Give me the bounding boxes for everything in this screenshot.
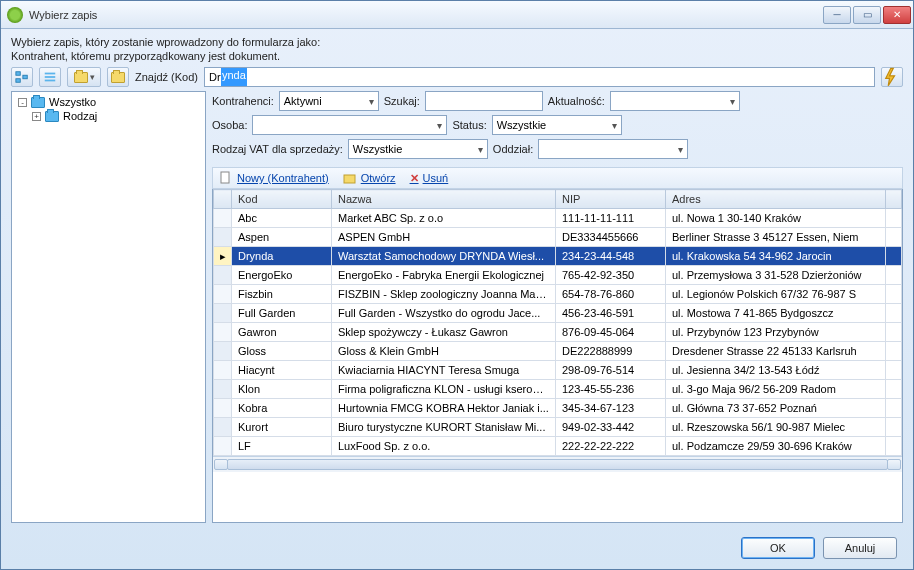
row-indicator: [214, 399, 232, 418]
table-row[interactable]: KlonFirma poligraficzna KLON - usługi ks…: [214, 380, 902, 399]
cell-pad: [886, 285, 902, 304]
maximize-button[interactable]: ▭: [853, 6, 881, 24]
expand-icon[interactable]: +: [32, 112, 41, 121]
kontrahenci-label: Kontrahenci:: [212, 95, 274, 107]
cell-adres: Dresdener Strasse 22 45133 Karlsruh: [666, 342, 886, 361]
row-indicator: [214, 418, 232, 437]
minimize-button[interactable]: ─: [823, 6, 851, 24]
search-selection: ynda: [221, 68, 247, 86]
table-row[interactable]: AspenASPEN GmbHDE3334455666Berliner Stra…: [214, 228, 902, 247]
svg-rect-5: [45, 80, 56, 82]
table-row[interactable]: KurortBiuro turystyczne KURORT Stanisław…: [214, 418, 902, 437]
cell-adres: ul. Jesienna 34/2 13-543 Łódź: [666, 361, 886, 380]
svg-rect-4: [45, 76, 56, 78]
cancel-button[interactable]: Anuluj: [823, 537, 897, 559]
window-title: Wybierz zapis: [29, 9, 823, 21]
col-adres[interactable]: Adres: [666, 190, 886, 209]
table-row[interactable]: LFLuxFood Sp. z o.o.222-22-22-222ul. Pod…: [214, 437, 902, 456]
osoba-select[interactable]: [252, 115, 447, 135]
cell-kod: Gloss: [232, 342, 332, 361]
view-list-button[interactable]: [39, 67, 61, 87]
cell-nazwa: Biuro turystyczne KURORT Stanisław Mi...: [332, 418, 556, 437]
cell-pad: [886, 437, 902, 456]
search-input[interactable]: [204, 67, 875, 87]
cell-nazwa: Full Garden - Wszystko do ogrodu Jace...: [332, 304, 556, 323]
cell-adres: ul. Przemysłowa 3 31-528 Dzierżoniów: [666, 266, 886, 285]
cell-adres: ul. Legionów Polskich 67/32 76-987 S: [666, 285, 886, 304]
cell-pad: [886, 323, 902, 342]
view-tree-button[interactable]: [11, 67, 33, 87]
cell-nazwa: Market ABC Sp. z o.o: [332, 209, 556, 228]
delete-link[interactable]: ✕Usuń: [410, 172, 449, 185]
cell-nazwa: Hurtownia FMCG KOBRA Hektor Janiak i...: [332, 399, 556, 418]
data-table: Kod Nazwa NIP Adres AbcMarket ABC Sp. z …: [212, 189, 903, 523]
cell-kod: Hiacynt: [232, 361, 332, 380]
table-row[interactable]: EnergoEkoEnergoEko - Fabryka Energii Eko…: [214, 266, 902, 285]
tree-child-label: Rodzaj: [63, 110, 97, 122]
scroll-col: [886, 190, 902, 209]
vat-select[interactable]: Wszystkie: [348, 139, 488, 159]
status-select[interactable]: Wszystkie: [492, 115, 622, 135]
cell-adres: ul. Nowa 1 30-140 Kraków: [666, 209, 886, 228]
col-nip[interactable]: NIP: [556, 190, 666, 209]
tree-child[interactable]: + Rodzaj: [16, 109, 201, 123]
table-row[interactable]: KobraHurtownia FMCG KOBRA Hektor Janiak …: [214, 399, 902, 418]
col-nazwa[interactable]: Nazwa: [332, 190, 556, 209]
cell-kod: Kurort: [232, 418, 332, 437]
new-folder-button[interactable]: [107, 67, 129, 87]
col-kod[interactable]: Kod: [232, 190, 332, 209]
szukaj-input[interactable]: [425, 91, 543, 111]
cell-pad: [886, 418, 902, 437]
cell-pad: [886, 361, 902, 380]
search-input-wrap: ynda: [204, 67, 875, 87]
svg-rect-0: [16, 72, 20, 76]
cell-nip: 123-45-55-236: [556, 380, 666, 399]
row-indicator: [214, 437, 232, 456]
table-row[interactable]: HiacyntKwiaciarnia HIACYNT Teresa Smuga2…: [214, 361, 902, 380]
lightning-button[interactable]: [881, 67, 903, 87]
svg-rect-2: [23, 75, 27, 79]
cell-nazwa: ASPEN GmbH: [332, 228, 556, 247]
table-row[interactable]: ▸DryndaWarsztat Samochodowy DRYNDA Wiesł…: [214, 247, 902, 266]
svg-rect-7: [344, 175, 355, 183]
close-button[interactable]: ✕: [883, 6, 911, 24]
cell-pad: [886, 399, 902, 418]
table-row[interactable]: AbcMarket ABC Sp. z o.o111-11-11-111ul. …: [214, 209, 902, 228]
aktualnosc-select[interactable]: [610, 91, 740, 111]
new-link[interactable]: Nowy (Kontrahent): [219, 171, 329, 185]
horizontal-scrollbar[interactable]: [213, 456, 902, 472]
cell-pad: [886, 209, 902, 228]
tree-root[interactable]: - Wszystko: [16, 95, 201, 109]
cell-adres: ul. Podzamcze 29/59 30-696 Kraków: [666, 437, 886, 456]
title-bar: Wybierz zapis ─ ▭ ✕: [1, 1, 913, 29]
row-indicator: [214, 228, 232, 247]
table-row[interactable]: FiszbinFISZBIN - Sklep zoologiczny Joann…: [214, 285, 902, 304]
aktualnosc-label: Aktualność:: [548, 95, 605, 107]
ok-button[interactable]: OK: [741, 537, 815, 559]
row-indicator: [214, 209, 232, 228]
cell-kod: Gawron: [232, 323, 332, 342]
kontrahenci-select[interactable]: Aktywni: [279, 91, 379, 111]
cell-kod: Klon: [232, 380, 332, 399]
cell-pad: [886, 304, 902, 323]
open-link[interactable]: Otwórz: [343, 171, 396, 185]
cell-nip: 298-09-76-514: [556, 361, 666, 380]
scroll-thumb[interactable]: [227, 459, 888, 470]
table-row[interactable]: Full GardenFull Garden - Wszystko do ogr…: [214, 304, 902, 323]
osoba-label: Osoba:: [212, 119, 247, 131]
filter-panel: Kontrahenci: Aktywni Szukaj: Aktualność:…: [212, 91, 903, 167]
folder-dropdown[interactable]: ▾: [67, 67, 101, 87]
collapse-icon[interactable]: -: [18, 98, 27, 107]
cell-nip: 111-11-11-111: [556, 209, 666, 228]
cell-kod: EnergoEko: [232, 266, 332, 285]
table-row[interactable]: GawronSklep spożywczy - Łukasz Gawron876…: [214, 323, 902, 342]
cell-kod: Fiszbin: [232, 285, 332, 304]
table-row[interactable]: GlossGloss & Klein GmbHDE222888999Dresde…: [214, 342, 902, 361]
svg-rect-1: [16, 79, 20, 83]
tree-root-label: Wszystko: [49, 96, 96, 108]
oddzial-select[interactable]: [538, 139, 688, 159]
cell-kod: Aspen: [232, 228, 332, 247]
row-indicator: [214, 361, 232, 380]
cell-nip: 949-02-33-442: [556, 418, 666, 437]
cell-nazwa: Gloss & Klein GmbH: [332, 342, 556, 361]
